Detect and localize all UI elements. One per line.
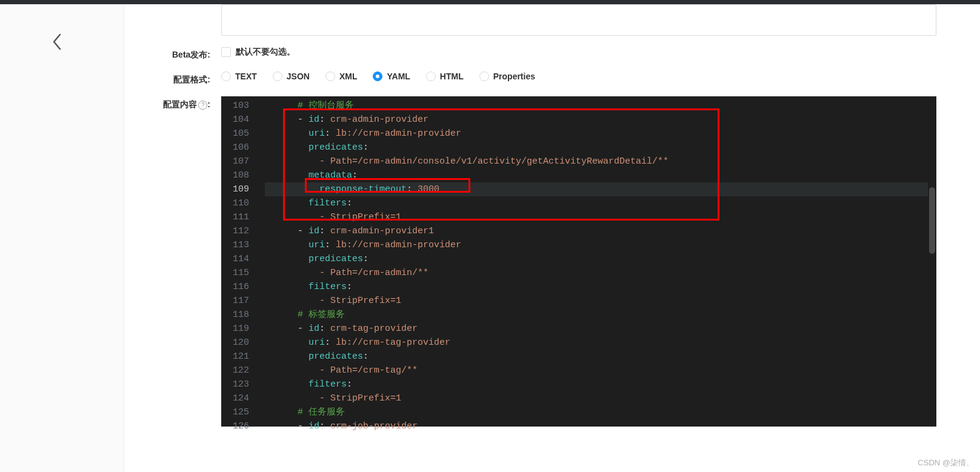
- config-content-label: 配置内容?:: [124, 96, 221, 110]
- code-line[interactable]: uri: lb://crm-tag-provider: [265, 336, 936, 350]
- code-line[interactable]: - Path=/crm-admin/**: [265, 266, 936, 280]
- code-line[interactable]: uri: lb://crm-admin-provider: [265, 127, 936, 141]
- beta-publish-checkbox[interactable]: [221, 47, 231, 57]
- code-line[interactable]: # 标签服务: [265, 308, 936, 322]
- format-radio-group: TEXTJSONXMLYAMLHTMLProperties: [221, 71, 535, 81]
- code-line[interactable]: - StripPrefix=1: [265, 391, 936, 405]
- code-line[interactable]: - id: crm-job-provider: [265, 419, 936, 433]
- radio-label: JSON: [287, 71, 310, 81]
- code-line[interactable]: response-timeout: 3000: [265, 182, 936, 196]
- code-line[interactable]: uri: lb://crm-admin-provider: [265, 238, 936, 252]
- code-line[interactable]: - id: crm-tag-provider: [265, 322, 936, 336]
- description-textarea[interactable]: [221, 4, 936, 36]
- radio-circle-icon[interactable]: [373, 71, 382, 81]
- code-line[interactable]: predicates:: [265, 252, 936, 266]
- help-icon[interactable]: ?: [198, 101, 207, 110]
- code-line[interactable]: filters:: [265, 196, 936, 210]
- radio-circle-icon[interactable]: [426, 71, 436, 81]
- code-line[interactable]: # 控制台服务: [265, 99, 936, 113]
- code-editor[interactable]: 1031041051061071081091101111121131141151…: [221, 96, 936, 427]
- format-radio-properties[interactable]: Properties: [479, 71, 535, 81]
- radio-circle-icon[interactable]: [479, 71, 489, 81]
- line-number-gutter: 1031041051061071081091101111121131141151…: [221, 96, 255, 427]
- beta-publish-label: Beta发布:: [124, 47, 221, 61]
- radio-label: TEXT: [235, 71, 257, 81]
- main-content: Beta发布: 默认不要勾选。 配置格式: TEXTJSONXMLYAMLHTM…: [124, 4, 980, 472]
- config-format-label: 配置格式:: [124, 71, 221, 85]
- format-radio-html[interactable]: HTML: [426, 71, 464, 81]
- format-radio-yaml[interactable]: YAML: [373, 71, 410, 81]
- top-bar: [0, 0, 980, 4]
- code-line[interactable]: - Path=/crm-tag/**: [265, 364, 936, 377]
- code-line[interactable]: predicates:: [265, 350, 936, 364]
- format-radio-xml[interactable]: XML: [325, 71, 358, 81]
- radio-label: XML: [339, 71, 358, 81]
- radio-label: Properties: [493, 71, 535, 81]
- code-area[interactable]: # 控制台服务 - id: crm-admin-provider uri: lb…: [265, 96, 936, 427]
- beta-publish-hint: 默认不要勾选。: [236, 47, 295, 58]
- code-line[interactable]: predicates:: [265, 141, 936, 155]
- code-line[interactable]: metadata:: [265, 168, 936, 182]
- code-line[interactable]: - StripPrefix=1: [265, 294, 936, 308]
- radio-label: YAML: [387, 71, 410, 81]
- radio-circle-icon[interactable]: [221, 71, 231, 81]
- code-line[interactable]: filters:: [265, 280, 936, 294]
- code-line[interactable]: # 任务服务: [265, 405, 936, 419]
- back-chevron-icon[interactable]: [52, 33, 62, 55]
- radio-circle-icon[interactable]: [273, 71, 282, 81]
- format-radio-json[interactable]: JSON: [273, 71, 310, 81]
- code-line[interactable]: - Path=/crm-admin/console/v1/activity/ge…: [265, 155, 936, 168]
- code-line[interactable]: filters:: [265, 377, 936, 391]
- radio-circle-icon[interactable]: [325, 71, 335, 81]
- format-radio-text[interactable]: TEXT: [221, 71, 257, 81]
- watermark: CSDN @柒情、: [918, 457, 974, 468]
- radio-label: HTML: [440, 71, 464, 81]
- code-line[interactable]: - StripPrefix=1: [265, 210, 936, 224]
- form-label-empty: [124, 4, 221, 7]
- code-line[interactable]: - id: crm-admin-provider: [265, 113, 936, 127]
- left-sidebar: [0, 4, 124, 472]
- code-line[interactable]: - id: crm-admin-provider1: [265, 224, 936, 238]
- fold-column: [255, 96, 265, 427]
